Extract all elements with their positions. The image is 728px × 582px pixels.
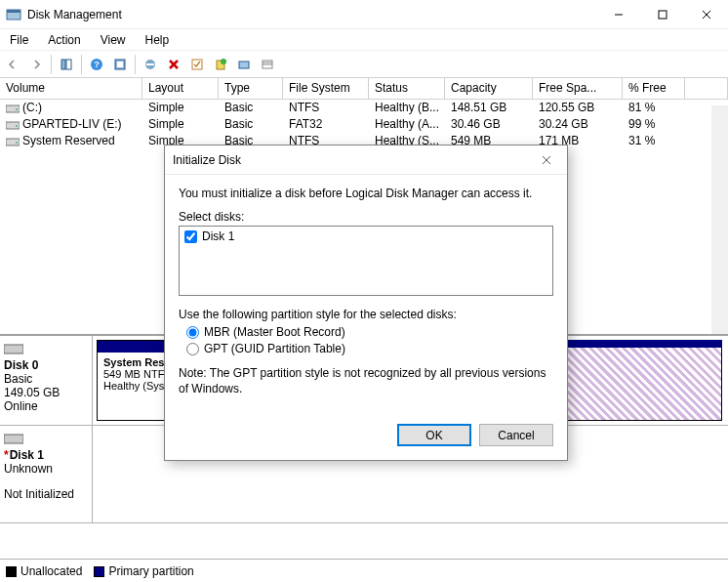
disk-info: *Disk 1 Unknown Not Initialized (0, 426, 93, 522)
disk-name: Disk 0 (4, 358, 88, 372)
close-button[interactable] (684, 0, 728, 29)
col-freespace[interactable]: Free Spa... (533, 78, 623, 99)
minimize-button[interactable] (596, 0, 640, 29)
menubar: File Action View Help (0, 29, 728, 51)
partition-header (98, 341, 172, 353)
volume-row[interactable]: (C:) Simple Basic NTFS Healthy (B... 148… (0, 100, 728, 116)
menu-file[interactable]: File (2, 31, 36, 49)
drive-icon (6, 119, 20, 131)
vertical-scrollbar[interactable] (711, 105, 728, 334)
disk-list[interactable]: Disk 1 (179, 226, 553, 296)
svg-rect-19 (239, 62, 249, 68)
svg-rect-13 (146, 63, 154, 65)
radio-gpt[interactable]: GPT (GUID Partition Table) (186, 342, 553, 355)
svg-rect-6 (61, 60, 65, 69)
volume-grid-header: Volume Layout Type File System Status Ca… (0, 78, 728, 100)
disk-checkbox-item[interactable]: Disk 1 (184, 229, 547, 243)
partition[interactable]: System Res 549 MB NTF Healthy (Sys (97, 340, 173, 421)
disk-size: 149.05 GB (4, 386, 88, 399)
svg-rect-27 (6, 139, 20, 146)
disk-checkbox-label: Disk 1 (202, 229, 234, 243)
col-pctfree[interactable]: % Free (623, 78, 685, 99)
partition-style-label: Use the following partition style for th… (179, 308, 553, 321)
action-button[interactable] (233, 54, 255, 75)
svg-rect-7 (66, 60, 71, 69)
svg-rect-11 (117, 62, 123, 67)
dialog-titlebar[interactable]: Initialize Disk (165, 146, 567, 175)
drive-icon (6, 103, 20, 114)
app-icon (6, 7, 21, 22)
dialog-note: Note: The GPT partition style is not rec… (179, 365, 553, 396)
disk-name: Disk 1 (10, 448, 44, 462)
list-button[interactable] (257, 54, 278, 75)
help-button[interactable]: ? (86, 54, 107, 75)
legend-swatch-unallocated (6, 566, 17, 577)
col-filesystem[interactable]: File System (283, 78, 369, 99)
window-title: Disk Management (27, 8, 596, 21)
dialog-close-button[interactable] (534, 147, 559, 173)
col-type[interactable]: Type (219, 78, 283, 99)
col-capacity[interactable]: Capacity (445, 78, 533, 99)
ok-button[interactable]: OK (397, 424, 471, 446)
legend: Unallocated Primary partition (0, 559, 728, 582)
volume-name: (C:) (22, 101, 42, 114)
drive-icon (6, 136, 20, 147)
volume-grid-body: (C:) Simple Basic NTFS Healthy (B... 148… (0, 100, 728, 149)
svg-point-24 (16, 108, 18, 110)
menu-action[interactable]: Action (40, 31, 88, 49)
cancel-button[interactable]: Cancel (479, 424, 553, 446)
svg-rect-30 (4, 435, 23, 443)
radio-mbr[interactable]: MBR (Master Boot Record) (186, 325, 553, 339)
disk-status: Not Initialized (4, 487, 88, 501)
dialog-title: Initialize Disk (173, 153, 534, 167)
volume-name: GPARTED-LIV (E:) (22, 117, 122, 131)
maximize-button[interactable] (640, 0, 684, 29)
disk-type: Unknown (4, 462, 88, 476)
disk-checkbox[interactable] (184, 230, 197, 243)
toolbar: ? (0, 51, 728, 78)
svg-point-18 (221, 59, 226, 64)
svg-point-28 (16, 142, 18, 144)
svg-rect-29 (4, 345, 23, 353)
col-spacer (685, 78, 728, 99)
col-layout[interactable]: Layout (142, 78, 219, 99)
legend-swatch-primary (94, 566, 104, 577)
select-disks-label: Select disks: (179, 210, 553, 224)
disk-info: Disk 0 Basic 149.05 GB Online (0, 336, 93, 425)
volume-row[interactable]: GPARTED-LIV (E:) Simple Basic FAT32 Heal… (0, 116, 728, 133)
col-volume[interactable]: Volume (0, 78, 142, 99)
radio-mbr-input[interactable] (186, 326, 199, 339)
svg-point-26 (16, 125, 18, 127)
new-button[interactable] (210, 54, 231, 75)
titlebar: Disk Management (0, 0, 728, 29)
volume-name: System Reserved (22, 134, 115, 147)
disk-type: Basic (4, 372, 88, 386)
svg-text:?: ? (94, 60, 100, 69)
svg-rect-3 (659, 11, 667, 19)
radio-gpt-input[interactable] (186, 343, 199, 355)
dialog-message: You must initialize a disk before Logica… (179, 187, 553, 200)
disk-status: Online (4, 399, 88, 413)
svg-rect-25 (6, 122, 20, 129)
back-button[interactable] (2, 54, 23, 75)
menu-view[interactable]: View (93, 31, 134, 49)
error-icon: * (4, 448, 9, 462)
disk-icon (4, 342, 88, 358)
svg-rect-1 (7, 10, 20, 13)
svg-rect-23 (6, 105, 20, 112)
delete-button[interactable] (163, 54, 184, 75)
forward-button[interactable] (25, 54, 47, 75)
col-status[interactable]: Status (369, 78, 445, 99)
disk-icon (4, 432, 88, 448)
properties-button[interactable] (186, 54, 208, 75)
settings-button[interactable] (109, 54, 131, 75)
initialize-disk-dialog: Initialize Disk You must initialize a di… (164, 145, 568, 461)
menu-help[interactable]: Help (138, 31, 178, 49)
refresh-button[interactable] (140, 54, 161, 75)
show-hide-tree-button[interactable] (56, 54, 77, 75)
